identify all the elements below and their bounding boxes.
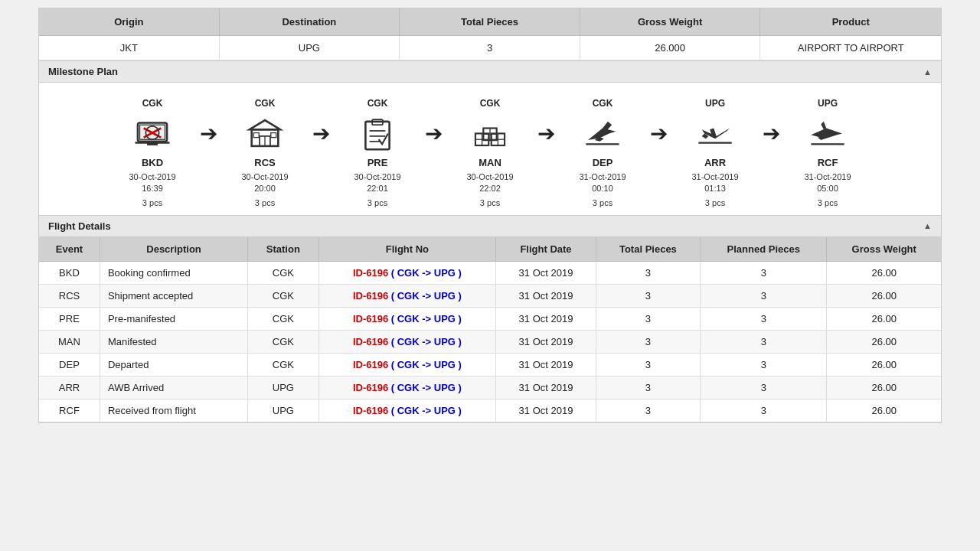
total-pieces-value: 3 xyxy=(400,36,580,60)
cell-event: RCS xyxy=(39,284,100,307)
cell-description: AWB Arrived xyxy=(100,376,247,399)
milestone-plan-container: CGK BKD 30-Oct-201916:39 xyxy=(39,83,941,215)
cell-total-pieces: 3 xyxy=(596,399,700,422)
cell-flight-no: ID-6196 ( CGK -> UPG ) xyxy=(318,284,496,307)
summary-data-row: JKT UPG 3 26.000 AIRPORT TO AIRPORT xyxy=(39,36,941,60)
cell-event: ARR xyxy=(39,376,100,399)
cell-gross-weight: 26.00 xyxy=(827,330,941,353)
cell-flight-date: 31 Oct 2019 xyxy=(496,376,596,399)
cell-planned-pieces: 3 xyxy=(701,399,827,422)
gross-weight-header: Gross Weight xyxy=(580,8,761,35)
milestone-man-date: 30-Oct-201922:02 xyxy=(466,171,513,195)
destination-value: UPG xyxy=(220,36,400,60)
cell-planned-pieces: 3 xyxy=(701,376,827,399)
milestone-rcs-date: 30-Oct-201920:00 xyxy=(241,171,288,195)
milestone-step-arr: UPG ARR 31-Oct-201901:13 3 pcs xyxy=(669,98,761,207)
product-header: Product xyxy=(760,8,941,35)
cell-flight-date: 31 Oct 2019 xyxy=(496,284,596,307)
milestone-rcs-pcs: 3 pcs xyxy=(255,198,275,207)
cell-gross-weight: 26.00 xyxy=(827,284,941,307)
cell-event: PRE xyxy=(39,307,100,330)
bkd-icon xyxy=(129,112,175,154)
pre-icon xyxy=(354,112,400,154)
arrow-bkd-rcs: ➔ xyxy=(200,98,217,146)
arrow-arr-rcf: ➔ xyxy=(763,98,780,146)
origin-header: Origin xyxy=(39,8,220,35)
cell-station: CGK xyxy=(248,261,318,284)
milestone-bkd-location: CGK xyxy=(142,98,163,109)
flight-details-section-header[interactable]: Flight Details ▲ xyxy=(39,215,941,237)
col-gross-weight: Gross Weight xyxy=(827,237,941,262)
flight-no-red: ID-6196 xyxy=(353,336,388,347)
col-flight-no: Flight No xyxy=(318,237,496,262)
milestone-dep-location: CGK xyxy=(593,98,613,109)
cell-flight-no: ID-6196 ( CGK -> UPG ) xyxy=(318,353,496,376)
table-row: RCSShipment acceptedCGKID-6196 ( CGK -> … xyxy=(39,284,941,307)
milestone-rcf-location: UPG xyxy=(818,98,838,109)
cell-description: Manifested xyxy=(100,330,247,353)
table-row: PREPre-manifestedCGKID-6196 ( CGK -> UPG… xyxy=(39,307,941,330)
cell-flight-date: 31 Oct 2019 xyxy=(496,307,596,330)
flight-route-blue: ( CGK -> UPG ) xyxy=(391,290,462,302)
gross-weight-value: 26.000 xyxy=(580,36,761,60)
cell-description: Booking confirmed xyxy=(100,261,247,284)
cell-total-pieces: 3 xyxy=(596,284,700,307)
cell-description: Pre-manifested xyxy=(100,307,247,330)
product-value: AIRPORT TO AIRPORT xyxy=(760,36,941,60)
dep-icon xyxy=(580,112,626,154)
milestone-arr-location: UPG xyxy=(705,98,725,109)
milestone-step-bkd: CGK BKD 30-Oct-201916:39 xyxy=(106,98,198,207)
milestone-man-code: MAN xyxy=(479,157,501,168)
summary-header-row: Origin Destination Total Pieces Gross We… xyxy=(39,8,941,36)
flight-details-collapse-icon[interactable]: ▲ xyxy=(923,221,932,230)
cell-flight-no: ID-6196 ( CGK -> UPG ) xyxy=(318,261,496,284)
cell-total-pieces: 3 xyxy=(596,261,700,284)
arr-icon xyxy=(692,112,738,154)
milestone-step-rcs: CGK RCS 30-Oct-201920:00 xyxy=(219,98,311,207)
milestone-pre-pcs: 3 pcs xyxy=(368,198,387,207)
cell-total-pieces: 3 xyxy=(596,330,700,353)
cell-event: BKD xyxy=(39,261,100,284)
cell-planned-pieces: 3 xyxy=(701,353,827,376)
cell-event: DEP xyxy=(39,353,100,376)
flight-route-blue: ( CGK -> UPG ) xyxy=(391,382,462,393)
cell-station: CGK xyxy=(248,307,318,330)
main-container: Origin Destination Total Pieces Gross We… xyxy=(38,8,942,423)
milestone-step-dep: CGK DEP 31-Oct-201900:10 3 pcs xyxy=(557,98,648,207)
cell-flight-date: 31 Oct 2019 xyxy=(496,330,596,353)
milestone-rcf-date: 31-Oct-201905:00 xyxy=(804,171,851,195)
milestone-pre-date: 30-Oct-201922:01 xyxy=(354,171,400,195)
cell-total-pieces: 3 xyxy=(596,307,700,330)
cell-flight-no: ID-6196 ( CGK -> UPG ) xyxy=(318,399,496,422)
col-planned-pieces: Planned Pieces xyxy=(701,237,827,262)
milestone-section-header[interactable]: Milestone Plan ▲ xyxy=(39,60,941,83)
milestone-rcf-pcs: 3 pcs xyxy=(818,198,838,207)
flight-no-red: ID-6196 xyxy=(353,313,388,324)
milestone-pre-location: CGK xyxy=(368,98,388,109)
flight-route-blue: ( CGK -> UPG ) xyxy=(391,267,462,279)
man-icon xyxy=(467,112,513,154)
milestone-bkd-code: BKD xyxy=(142,157,163,168)
cell-station: UPG xyxy=(248,376,318,399)
table-row: DEPDepartedCGKID-6196 ( CGK -> UPG )31 O… xyxy=(39,353,941,376)
cell-station: UPG xyxy=(248,399,318,422)
cell-flight-date: 31 Oct 2019 xyxy=(496,399,596,422)
milestone-arr-pcs: 3 pcs xyxy=(705,198,725,207)
cell-station: CGK xyxy=(248,284,318,307)
col-flight-date: Flight Date xyxy=(496,237,596,262)
cell-station: CGK xyxy=(248,353,318,376)
milestone-man-location: CGK xyxy=(480,98,501,109)
col-station: Station xyxy=(248,237,318,262)
arrow-rcs-pre: ➔ xyxy=(312,98,330,146)
cell-planned-pieces: 3 xyxy=(701,261,827,284)
milestone-arr-date: 31-Oct-201901:13 xyxy=(691,171,738,195)
cell-gross-weight: 26.00 xyxy=(827,353,941,376)
milestone-pre-code: PRE xyxy=(368,157,388,168)
cell-gross-weight: 26.00 xyxy=(827,261,941,284)
table-row: MANManifestedCGKID-6196 ( CGK -> UPG )31… xyxy=(39,330,941,353)
cell-description: Received from flight xyxy=(100,399,247,422)
cell-description: Departed xyxy=(100,353,247,376)
flight-details-section-title: Flight Details xyxy=(48,220,111,232)
milestone-step-rcf: UPG RCF 31-Oct-201905:00 3 pcs xyxy=(782,98,874,207)
milestone-collapse-icon[interactable]: ▲ xyxy=(923,67,932,77)
